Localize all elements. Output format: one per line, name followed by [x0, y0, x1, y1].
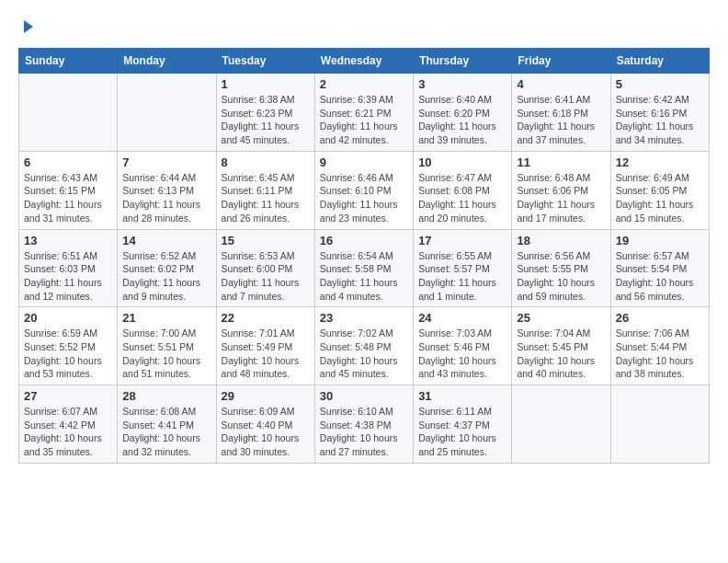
day-number: 16	[320, 234, 408, 247]
day-detail: Sunrise: 7:06 AMSunset: 5:44 PMDaylight:…	[616, 327, 704, 381]
column-header-tuesday: Tuesday	[216, 49, 314, 74]
calendar-cell: 12Sunrise: 6:49 AMSunset: 6:05 PMDayligh…	[610, 151, 709, 229]
day-number: 10	[418, 155, 506, 169]
day-detail: Sunrise: 6:55 AMSunset: 5:57 PMDaylight:…	[418, 249, 506, 304]
day-detail: Sunrise: 6:52 AMSunset: 6:02 PMDaylight:…	[122, 249, 210, 304]
column-header-sunday: Sunday	[19, 49, 118, 74]
column-header-friday: Friday	[512, 49, 610, 74]
calendar-week-row: 20Sunrise: 6:59 AMSunset: 5:52 PMDayligh…	[19, 307, 710, 385]
calendar-cell	[512, 385, 610, 464]
day-detail: Sunrise: 7:03 AMSunset: 5:46 PMDaylight:…	[418, 327, 506, 381]
calendar-cell: 21Sunrise: 7:00 AMSunset: 5:51 PMDayligh…	[118, 307, 216, 385]
day-number: 29	[222, 389, 310, 403]
calendar-week-row: 13Sunrise: 6:51 AMSunset: 6:03 PMDayligh…	[19, 229, 710, 307]
calendar-cell: 10Sunrise: 6:47 AMSunset: 6:08 PMDayligh…	[414, 151, 512, 229]
calendar-cell: 28Sunrise: 6:08 AMSunset: 4:41 PMDayligh…	[118, 385, 216, 464]
column-header-thursday: Thursday	[414, 49, 512, 74]
day-number: 22	[222, 311, 310, 325]
day-detail: Sunrise: 6:39 AMSunset: 6:21 PMDaylight:…	[320, 93, 408, 147]
calendar-cell: 13Sunrise: 6:51 AMSunset: 6:03 PMDayligh…	[19, 229, 118, 307]
day-number: 14	[122, 234, 210, 247]
day-number: 25	[517, 311, 605, 325]
day-detail: Sunrise: 6:40 AMSunset: 6:20 PMDaylight:…	[418, 93, 506, 147]
calendar-cell: 14Sunrise: 6:52 AMSunset: 6:02 PMDayligh…	[118, 229, 216, 307]
day-detail: Sunrise: 7:02 AMSunset: 5:48 PMDaylight:…	[320, 327, 408, 381]
calendar-week-row: 1Sunrise: 6:38 AMSunset: 6:23 PMDaylight…	[19, 74, 710, 152]
day-number: 4	[517, 77, 605, 91]
calendar-cell: 7Sunrise: 6:44 AMSunset: 6:13 PMDaylight…	[118, 151, 216, 229]
day-detail: Sunrise: 6:41 AMSunset: 6:18 PMDaylight:…	[517, 93, 605, 147]
day-number: 2	[320, 77, 408, 91]
day-detail: Sunrise: 7:04 AMSunset: 5:45 PMDaylight:…	[517, 327, 605, 381]
day-number: 26	[616, 311, 704, 325]
column-header-saturday: Saturday	[610, 49, 709, 74]
day-detail: Sunrise: 6:54 AMSunset: 5:58 PMDaylight:…	[320, 249, 408, 304]
logo-icon	[20, 18, 37, 35]
day-detail: Sunrise: 6:42 AMSunset: 6:16 PMDaylight:…	[616, 93, 704, 147]
calendar-cell: 11Sunrise: 6:48 AMSunset: 6:06 PMDayligh…	[512, 151, 610, 229]
day-number: 3	[418, 77, 506, 91]
calendar-cell: 25Sunrise: 7:04 AMSunset: 5:45 PMDayligh…	[512, 307, 610, 385]
day-detail: Sunrise: 6:53 AMSunset: 6:00 PMDaylight:…	[222, 249, 310, 304]
day-number: 30	[320, 389, 408, 403]
day-detail: Sunrise: 6:11 AMSunset: 4:37 PMDaylight:…	[418, 405, 506, 459]
day-number: 17	[418, 234, 506, 247]
page-header	[18, 18, 710, 33]
calendar-cell: 23Sunrise: 7:02 AMSunset: 5:48 PMDayligh…	[314, 307, 413, 385]
svg-marker-0	[24, 20, 33, 33]
day-number: 24	[418, 311, 506, 325]
calendar-cell: 6Sunrise: 6:43 AMSunset: 6:15 PMDaylight…	[19, 151, 118, 229]
calendar-cell: 3Sunrise: 6:40 AMSunset: 6:20 PMDaylight…	[414, 74, 512, 152]
day-number: 11	[517, 155, 605, 169]
calendar-cell: 18Sunrise: 6:56 AMSunset: 5:55 PMDayligh…	[512, 229, 610, 307]
day-number: 7	[122, 155, 210, 169]
day-detail: Sunrise: 6:57 AMSunset: 5:54 PMDaylight:…	[616, 249, 704, 304]
calendar-cell	[118, 74, 216, 152]
calendar-cell: 19Sunrise: 6:57 AMSunset: 5:54 PMDayligh…	[610, 229, 709, 307]
day-number: 6	[24, 155, 112, 169]
calendar-cell: 2Sunrise: 6:39 AMSunset: 6:21 PMDaylight…	[314, 74, 413, 152]
day-detail: Sunrise: 6:47 AMSunset: 6:08 PMDaylight:…	[418, 171, 506, 225]
day-detail: Sunrise: 7:00 AMSunset: 5:51 PMDaylight:…	[122, 327, 210, 381]
calendar-cell: 5Sunrise: 6:42 AMSunset: 6:16 PMDaylight…	[610, 74, 709, 152]
day-detail: Sunrise: 6:43 AMSunset: 6:15 PMDaylight:…	[24, 171, 112, 225]
calendar-cell: 20Sunrise: 6:59 AMSunset: 5:52 PMDayligh…	[19, 307, 118, 385]
day-detail: Sunrise: 7:01 AMSunset: 5:49 PMDaylight:…	[222, 327, 310, 381]
logo	[18, 18, 37, 33]
calendar-cell	[610, 385, 709, 464]
calendar-cell: 17Sunrise: 6:55 AMSunset: 5:57 PMDayligh…	[414, 229, 512, 307]
calendar-cell: 24Sunrise: 7:03 AMSunset: 5:46 PMDayligh…	[414, 307, 512, 385]
day-number: 9	[320, 155, 408, 169]
day-number: 19	[616, 234, 704, 247]
day-detail: Sunrise: 6:51 AMSunset: 6:03 PMDaylight:…	[24, 249, 112, 304]
day-detail: Sunrise: 6:08 AMSunset: 4:41 PMDaylight:…	[122, 405, 210, 459]
calendar-cell: 26Sunrise: 7:06 AMSunset: 5:44 PMDayligh…	[610, 307, 709, 385]
column-header-monday: Monday	[118, 49, 216, 74]
day-detail: Sunrise: 6:56 AMSunset: 5:55 PMDaylight:…	[517, 249, 605, 304]
calendar-cell: 9Sunrise: 6:46 AMSunset: 6:10 PMDaylight…	[314, 151, 413, 229]
calendar-header-row: SundayMondayTuesdayWednesdayThursdayFrid…	[19, 49, 710, 74]
day-detail: Sunrise: 6:07 AMSunset: 4:42 PMDaylight:…	[24, 405, 112, 459]
day-number: 12	[616, 155, 704, 169]
calendar-cell: 15Sunrise: 6:53 AMSunset: 6:00 PMDayligh…	[216, 229, 314, 307]
day-number: 15	[222, 234, 310, 247]
day-number: 27	[24, 389, 112, 403]
day-detail: Sunrise: 6:10 AMSunset: 4:38 PMDaylight:…	[320, 405, 408, 459]
day-number: 1	[222, 77, 310, 91]
calendar-cell: 1Sunrise: 6:38 AMSunset: 6:23 PMDaylight…	[216, 74, 314, 152]
day-number: 23	[320, 311, 408, 325]
day-detail: Sunrise: 6:46 AMSunset: 6:10 PMDaylight:…	[320, 171, 408, 225]
day-detail: Sunrise: 6:44 AMSunset: 6:13 PMDaylight:…	[122, 171, 210, 225]
calendar-cell	[19, 74, 118, 152]
day-number: 31	[418, 389, 506, 403]
day-detail: Sunrise: 6:09 AMSunset: 4:40 PMDaylight:…	[222, 405, 310, 459]
day-number: 5	[616, 77, 704, 91]
day-number: 20	[24, 311, 112, 325]
column-header-wednesday: Wednesday	[314, 49, 413, 74]
day-detail: Sunrise: 6:49 AMSunset: 6:05 PMDaylight:…	[616, 171, 704, 225]
calendar-cell: 22Sunrise: 7:01 AMSunset: 5:49 PMDayligh…	[216, 307, 314, 385]
calendar-cell: 29Sunrise: 6:09 AMSunset: 4:40 PMDayligh…	[216, 385, 314, 464]
calendar-cell: 27Sunrise: 6:07 AMSunset: 4:42 PMDayligh…	[19, 385, 118, 464]
calendar-cell: 30Sunrise: 6:10 AMSunset: 4:38 PMDayligh…	[314, 385, 413, 464]
day-detail: Sunrise: 6:48 AMSunset: 6:06 PMDaylight:…	[517, 171, 605, 225]
